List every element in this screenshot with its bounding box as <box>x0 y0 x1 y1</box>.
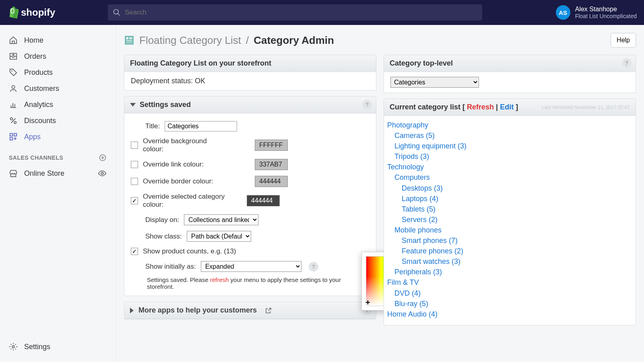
category-link[interactable]: Tablets (5) <box>402 205 436 213</box>
nav-discounts[interactable]: Discounts <box>0 113 116 129</box>
breadcrumb: Floating Category List / Category Admin … <box>124 33 636 47</box>
current-list-card: Current category list [ Refresh | Edit ]… <box>384 99 636 325</box>
settings-head-label: Settings saved <box>140 101 191 109</box>
show-class-select[interactable]: Path back (Default) <box>187 231 251 242</box>
category-link[interactable]: Mobile phones <box>394 226 442 234</box>
category-link[interactable]: Smart phones (7) <box>402 237 458 245</box>
show-initially-select[interactable]: Expanded <box>201 261 301 272</box>
help-icon[interactable]: ? <box>362 100 372 109</box>
toplevel-select[interactable]: Categories <box>390 77 479 88</box>
override-link-label: Override link colour: <box>143 160 227 169</box>
crosshair-icon: + <box>365 298 370 307</box>
override-bg-checkbox[interactable] <box>131 142 138 149</box>
category-link[interactable]: DVD (4) <box>394 289 421 297</box>
nav-analytics[interactable]: Analytics <box>0 97 116 113</box>
gear-icon <box>9 342 18 351</box>
brand-logo[interactable]: shopify <box>7 6 108 19</box>
nav-home[interactable]: Home <box>0 32 116 48</box>
help-icon[interactable]: ? <box>622 58 632 68</box>
deploy-label: Deployment status: <box>131 77 193 85</box>
category-link[interactable]: Technology <box>387 163 424 171</box>
add-channel-icon[interactable] <box>99 154 107 162</box>
more-apps-head[interactable]: More apps to help your customers <box>124 302 376 319</box>
category-link[interactable]: Photography <box>387 121 428 129</box>
category-link[interactable]: Laptops (4) <box>402 195 438 203</box>
refresh-list-link[interactable]: Refresh <box>467 103 494 111</box>
category-link[interactable]: Film & TV <box>387 278 419 286</box>
nav-products[interactable]: Products <box>0 64 116 80</box>
main-content: Floating Category List / Category Admin … <box>116 25 644 362</box>
settings-hint: Settings saved. Please refresh your menu… <box>131 275 369 291</box>
nav-home-label: Home <box>24 36 43 45</box>
preview-icon[interactable] <box>98 169 107 178</box>
shopify-bag-icon <box>7 6 19 19</box>
title-label: Title: <box>145 122 160 130</box>
apps-icon <box>9 132 18 141</box>
show-counts-checkbox[interactable] <box>131 248 138 255</box>
nav-settings[interactable]: Settings <box>0 339 116 355</box>
title-input[interactable] <box>165 121 237 132</box>
store-icon <box>9 169 18 178</box>
override-link-checkbox[interactable] <box>131 161 138 168</box>
breadcrumb-sep: / <box>246 34 249 47</box>
category-link[interactable]: Tripods (3) <box>394 152 429 160</box>
settings-card-head[interactable]: Settings saved <box>124 97 376 113</box>
override-selected-row: Override selected category colour: 44444… <box>131 190 369 212</box>
category-link[interactable]: Home Audio (4) <box>387 310 438 318</box>
nav-orders[interactable]: Orders <box>0 48 116 64</box>
svg-point-12 <box>101 172 103 175</box>
category-link[interactable]: Smart watches (3) <box>402 257 460 265</box>
override-selected-checkbox[interactable] <box>131 197 138 204</box>
refresh-link[interactable]: refresh <box>210 276 229 283</box>
category-link[interactable]: Peripherals (3) <box>394 268 442 276</box>
breadcrumb-app[interactable]: Floating Category List <box>139 34 241 47</box>
storefront-card-head: Floating Category List on your storefron… <box>124 55 376 72</box>
person-icon <box>9 84 18 93</box>
svg-point-1 <box>114 10 119 14</box>
svg-line-7 <box>11 119 16 123</box>
help-button[interactable]: Help <box>611 33 636 47</box>
category-link[interactable]: Lighting equipment (3) <box>394 142 466 150</box>
nav-customers-label: Customers <box>24 84 59 93</box>
category-link[interactable]: Desktops (3) <box>402 184 443 192</box>
override-border-value[interactable]: 444444 <box>255 176 288 187</box>
topbar: shopify AS Alex Stanhope Float List Unco… <box>0 0 644 25</box>
override-selected-value[interactable]: 444444 <box>247 195 280 206</box>
hint-pre: Settings saved. Please <box>147 276 210 283</box>
sales-channels-header: SALES CHANNELS <box>0 145 116 165</box>
search-input[interactable] <box>125 8 477 16</box>
display-on-select[interactable]: Collections and linked p <box>184 214 258 225</box>
tag-icon <box>9 68 18 77</box>
home-icon <box>9 36 18 45</box>
override-bg-row: Override background colour: FFFFFF <box>131 134 369 156</box>
edit-list-link[interactable]: Edit <box>500 103 514 111</box>
svg-point-6 <box>14 121 17 124</box>
chevron-down-icon <box>130 103 136 107</box>
nav-products-label: Products <box>24 68 53 77</box>
inbox-icon <box>9 52 18 61</box>
override-link-value[interactable]: 337AB7 <box>255 159 288 170</box>
category-link[interactable]: Computers <box>394 173 430 181</box>
override-border-checkbox[interactable] <box>131 178 138 185</box>
toplevel-card-head: Category top-level <box>384 55 636 72</box>
override-bg-value[interactable]: FFFFFF <box>255 140 288 151</box>
override-border-row: Override border colour: 444444 <box>131 173 369 190</box>
category-link[interactable]: Feature phones (2) <box>402 247 463 255</box>
user-menu[interactable]: AS Alex Stanhope Float List Uncomplicate… <box>544 5 637 20</box>
search-icon <box>113 8 121 16</box>
svg-point-3 <box>11 70 12 72</box>
search-field[interactable] <box>108 4 482 21</box>
nav-apps[interactable]: Apps <box>0 129 116 145</box>
svg-point-5 <box>10 118 13 120</box>
category-link[interactable]: Cameras (5) <box>394 132 435 140</box>
channel-online-store[interactable]: Online Store <box>0 165 116 182</box>
more-apps-card: ? More apps to help your customers <box>124 302 376 319</box>
title-row: Title: <box>145 118 369 134</box>
toplevel-card: ? Category top-level Categories <box>384 55 636 93</box>
nav-customers[interactable]: Customers <box>0 80 116 97</box>
help-icon[interactable]: ? <box>309 262 318 272</box>
settings-card: ? Settings saved Title: Override backgro… <box>124 96 376 296</box>
category-link[interactable]: Servers (2) <box>402 216 438 224</box>
svg-rect-8 <box>10 134 12 136</box>
category-link[interactable]: Blu-ray (5) <box>394 300 428 308</box>
